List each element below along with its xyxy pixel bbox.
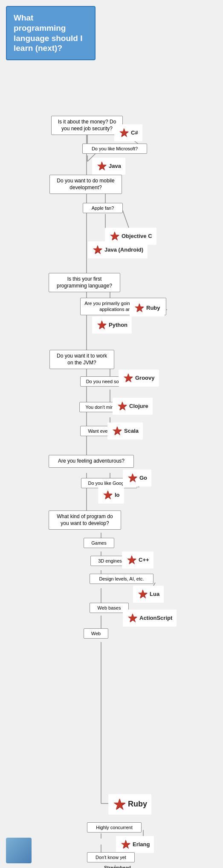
result-io: ★ Io: [98, 487, 124, 504]
star-icon-ruby1: ★: [134, 302, 145, 314]
label-python1: Python: [109, 322, 127, 329]
question-games: Games: [84, 538, 114, 548]
question-jvm: Do you want it to work on the JVM?: [49, 350, 114, 369]
star-icon-ruby2: ★: [113, 797, 126, 812]
result-clojure: ★ Clojure: [113, 398, 153, 415]
result-scala: ★ Scala: [107, 422, 143, 440]
star-icon-groovy: ★: [123, 372, 133, 384]
label-lua: Lua: [150, 591, 159, 598]
star-icon-csharp: ★: [119, 127, 129, 139]
result-actionscript: ★ ActionScript: [123, 610, 177, 627]
label-java-android: Java (Android): [104, 246, 143, 254]
result-cpp: ★ C++: [122, 551, 153, 569]
label-io: Io: [115, 492, 120, 499]
question-program-type: What kind of program do you want to deve…: [49, 510, 121, 530]
question-concurrent: Highly concurrent: [87, 822, 142, 833]
result-java-android: ★ Java (Android): [88, 241, 148, 258]
star-icon-cpp: ★: [126, 554, 137, 566]
result-ruby1: ★ Ruby: [130, 299, 165, 317]
label-go: Go: [139, 475, 147, 482]
page-title: What programming language should I learn…: [14, 13, 88, 53]
question-design-levels: Design levels, AI, etc.: [90, 574, 153, 584]
label-cpp: C++: [139, 557, 149, 564]
result-python1: ★ Python: [92, 317, 132, 334]
streamhead-label: Streamhead: [6, 865, 223, 868]
result-csharp: ★ C#: [114, 124, 142, 141]
label-clojure: Clojure: [129, 403, 148, 410]
question-microsoft: Do you like Microsoft?: [82, 144, 147, 154]
result-java1: ★ Java: [92, 158, 125, 175]
star-icon-java1: ★: [96, 160, 107, 172]
star-icon-lua: ★: [137, 588, 148, 600]
label-objc: Objective C: [122, 233, 152, 240]
label-ruby1: Ruby: [146, 305, 160, 312]
result-groovy: ★ Groovy: [119, 369, 159, 387]
star-icon-objc: ★: [109, 230, 120, 242]
star-icon-io: ★: [102, 489, 113, 501]
result-go: ★ Go: [123, 469, 151, 487]
label-ruby2: Ruby: [128, 799, 147, 809]
star-icon-actionscript: ★: [127, 612, 138, 624]
flowchart: Is it about the money? Do you need job s…: [0, 60, 223, 868]
result-lua: ★ Lua: [133, 586, 164, 603]
question-apple: Apple fan?: [83, 203, 123, 213]
star-icon-scala: ★: [112, 425, 122, 437]
label-groovy: Groovy: [135, 375, 155, 382]
title-box: What programming language should I learn…: [6, 6, 96, 60]
question-money: Is it about the money? Do you need job s…: [51, 116, 123, 135]
svg-line-6: [122, 208, 129, 228]
question-web: Web: [84, 628, 108, 639]
label-scala: Scala: [124, 428, 139, 435]
star-icon-clojure: ★: [117, 400, 127, 412]
result-ruby2: ★ Ruby: [108, 794, 151, 815]
question-adventurous: Are you feeling adventurous?: [49, 455, 134, 468]
label-java1: Java: [109, 163, 121, 170]
question-mobile: Do you want to do mobile development?: [49, 175, 122, 194]
star-icon-go: ★: [127, 472, 138, 484]
label-actionscript: ActionScript: [139, 615, 172, 622]
star-icon-python1: ★: [96, 319, 107, 331]
label-csharp: C#: [131, 129, 138, 137]
question-first-lang: Is this your first programming language?: [49, 273, 120, 292]
streamhead-icon: [6, 838, 32, 863]
star-icon-java-android: ★: [92, 244, 103, 256]
streamhead-logo: Streamhead .com: [6, 838, 223, 868]
page-wrapper: What programming language should I learn…: [0, 0, 223, 868]
